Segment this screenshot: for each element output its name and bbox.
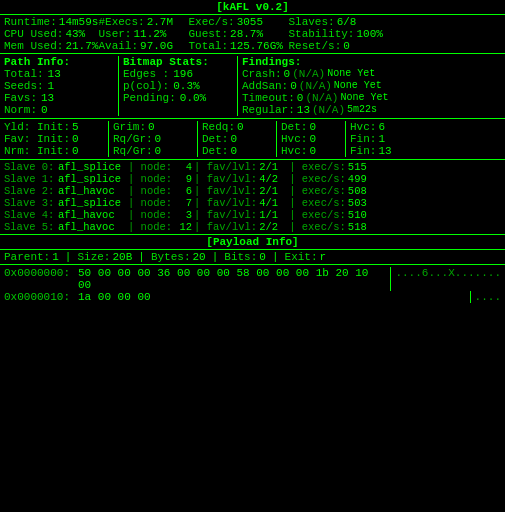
resetps-row: Reset/s: 0	[288, 40, 382, 52]
nrm-init-label: Nrm: Init:	[4, 145, 70, 157]
execs-value: 2.7M	[147, 16, 173, 28]
yld-init-value: 5	[72, 121, 79, 133]
bitmap-stats-panel: Bitmap Stats: Edges : 196 p(col): 0.3% P…	[123, 56, 233, 116]
bitmap-pending-row: Pending: 0.0%	[123, 92, 233, 104]
det1-label: Det:	[202, 133, 228, 145]
slave-mode: afl_splice	[58, 197, 126, 209]
execs-row: #Execs: 2.7M	[98, 16, 188, 28]
payload-title: [Payload Info]	[0, 235, 505, 250]
slave-id: Slave 1:	[4, 173, 56, 185]
info-panels: Path Info: Total: 13 Seeds: 1 Favs: 13 N…	[0, 54, 505, 119]
slaves-label: Slaves:	[288, 16, 334, 28]
slave-row: Slave 1: afl_splice | node: 9 | fav/lvl:…	[4, 173, 501, 185]
avail-value: 97.0G	[140, 40, 173, 52]
slave-mode: afl_havoc	[58, 209, 126, 221]
slave-node-label: | node:	[128, 221, 172, 233]
slave-fav-label: | fav/lvl:	[194, 197, 257, 209]
slave-exec-label: | exec/s:	[289, 197, 346, 209]
slave-exec-label: | exec/s:	[289, 221, 346, 233]
hex-bytes: 50 00 00 00 36 00 00 00 58 00 00 00 1b 2…	[78, 267, 382, 291]
slave-mode: afl_havoc	[58, 221, 126, 233]
slave-id: Slave 5:	[4, 221, 56, 233]
slave-node-val: 6	[174, 185, 192, 197]
hvc2-value: 0	[309, 133, 316, 145]
nrm-init-value: 0	[72, 145, 79, 157]
addsan-detail: (N/A)	[299, 80, 332, 92]
slave-fav-val: 4/1	[259, 197, 287, 209]
guest-value: 28.7%	[230, 28, 263, 40]
bar-sep1: |	[65, 251, 72, 263]
hvc-fin-col: Hvc: 6 Fin: 1 Fin: 13	[350, 121, 410, 157]
slave-node-val: 12	[174, 221, 192, 233]
regular-detail: (N/A)	[312, 104, 345, 116]
slave-fav-val: 2/2	[259, 221, 287, 233]
slave-id: Slave 3:	[4, 197, 56, 209]
slaves-value: 6/8	[337, 16, 357, 28]
bar-sep4: |	[272, 251, 279, 263]
addsan-note: None Yet	[334, 80, 382, 92]
slave-exec-label: | exec/s:	[289, 185, 346, 197]
redq-label: Redq:	[202, 121, 235, 133]
cpu-value: 43%	[65, 28, 85, 40]
slave-row: Slave 0: afl_splice | node: 4 | fav/lvl:…	[4, 161, 501, 173]
user-value: 11.2%	[133, 28, 166, 40]
det1-value: 0	[230, 133, 237, 145]
execs-label: #Execs:	[98, 16, 144, 28]
slave-exec-label: | exec/s:	[289, 173, 346, 185]
addsan-row: AddSan: 0 (N/A) None Yet	[242, 80, 501, 92]
hvc2-row: Hvc: 0	[281, 133, 341, 145]
det2-label: Det:	[202, 145, 228, 157]
bitmap-edges-row: Edges : 196	[123, 68, 233, 80]
crash-note: None Yet	[327, 68, 375, 80]
total-value: 125.76G%	[230, 40, 283, 52]
cpu-label: CPU Used:	[4, 28, 63, 40]
slave-row: Slave 4: afl_havoc | node: 3 | fav/lvl: …	[4, 209, 501, 221]
redq-col: Redq: 0 Det: 0 Det: 0	[202, 121, 272, 157]
rqgr2-row: Rq/Gr: 0	[113, 145, 193, 157]
payload-bytes: Bytes: 20	[151, 251, 206, 263]
regular-row: Regular: 13 (N/A) 5m22s	[242, 104, 501, 116]
stability-row: Stability: 100%	[288, 28, 382, 40]
user-row: User: 11.2%	[98, 28, 188, 40]
path-norm-row: Norm: 0	[4, 104, 114, 116]
findings-title: Findings:	[242, 56, 501, 68]
yld-init-row: Yld: Init: 5	[4, 121, 104, 133]
crash-row: Crash: 0 (N/A) None Yet	[242, 68, 501, 80]
det3-row: Det: 0	[281, 121, 341, 133]
bitmap-edges-value: 196	[173, 68, 193, 80]
det3-label: Det:	[281, 121, 307, 133]
bitmap-pcol-value: 0.3%	[173, 80, 199, 92]
path-seeds-label: Seeds:	[4, 80, 44, 92]
hvc3-label: Hvc:	[281, 145, 307, 157]
grim-value: 0	[148, 121, 155, 133]
resetps-label: Reset/s:	[288, 40, 341, 52]
slave-node-val: 3	[174, 209, 192, 221]
findings-panel: Findings: Crash: 0 (N/A) None Yet AddSan…	[242, 56, 501, 116]
mem-value: 21.7%	[65, 40, 98, 52]
bitmap-pcol-row: p(col): 0.3%	[123, 80, 233, 92]
slave-id: Slave 0:	[4, 161, 56, 173]
slave-row: Slave 5: afl_havoc | node: 12 | fav/lvl:…	[4, 221, 501, 233]
nrm-init-row: Nrm: Init: 0	[4, 145, 104, 157]
slave-row: Slave 2: afl_havoc | node: 6 | fav/lvl: …	[4, 185, 501, 197]
slave-fav-val: 1/1	[259, 209, 287, 221]
execs-col: #Execs: 2.7M User: 11.2% Avail: 97.0G	[98, 16, 188, 52]
slave-mode: afl_splice	[58, 161, 126, 173]
addsan-value: 0	[290, 80, 297, 92]
grim-label: Grim:	[113, 121, 146, 133]
slave-exec-label: | exec/s:	[289, 161, 346, 173]
grim-row: Grim: 0	[113, 121, 193, 133]
bitmap-pending-value: 0.0%	[180, 92, 206, 104]
path-info-title: Path Info:	[4, 56, 114, 68]
mem-row: Mem Used: 21.7%	[4, 40, 98, 52]
path-info-panel: Path Info: Total: 13 Seeds: 1 Favs: 13 N…	[4, 56, 114, 116]
slave-node-label: | node:	[128, 185, 172, 197]
total-row: Total: 125.76G%	[188, 40, 288, 52]
slave-id: Slave 2:	[4, 185, 56, 197]
timeout-note: None Yet	[340, 92, 388, 104]
det2-value: 0	[230, 145, 237, 157]
slave-node-val: 4	[174, 161, 192, 173]
path-norm-label: Norm:	[4, 104, 37, 116]
stability-label: Stability:	[288, 28, 354, 40]
payload-size-value: 20B	[112, 251, 132, 263]
